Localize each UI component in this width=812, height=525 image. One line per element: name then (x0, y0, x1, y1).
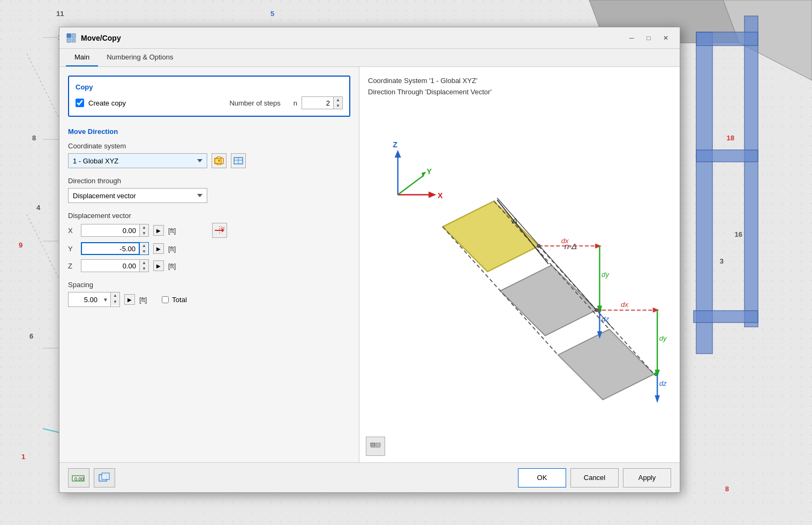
spacing-input[interactable] (69, 292, 101, 306)
svg-rect-18 (215, 159, 221, 163)
svg-text:0.00: 0.00 (74, 476, 84, 482)
title-bar-left: Move/Copy (66, 33, 121, 43)
z-down[interactable]: ▼ (140, 266, 148, 272)
x-down[interactable]: ▼ (140, 230, 148, 236)
z-unit: [ft] (168, 262, 176, 270)
direction-through-row: Displacement vector (68, 188, 350, 203)
create-copy-checkbox[interactable] (76, 99, 84, 107)
steps-up[interactable]: ▲ (334, 97, 342, 103)
y-arrows: ▲ ▼ (140, 242, 149, 255)
x-input[interactable] (81, 224, 140, 237)
spacing-down[interactable]: ▼ (111, 299, 119, 305)
y-up[interactable]: ▲ (140, 243, 148, 249)
svg-rect-14 (67, 34, 71, 38)
displacement-vector-label: Displacement vector (68, 212, 350, 220)
bg-label-4: 4 (36, 204, 40, 212)
direction-through-select[interactable]: Displacement vector (68, 188, 207, 203)
x-spinbox: ▲ ▼ (81, 224, 149, 237)
ok-button[interactable]: OK (518, 468, 566, 488)
create-copy-label[interactable]: Create copy (76, 99, 126, 107)
svg-point-20 (218, 160, 220, 162)
bottom-left-buttons: 0.00 (68, 468, 115, 488)
svg-marker-60 (653, 308, 659, 313)
axis-z-label: Z (68, 262, 77, 270)
total-checkbox[interactable] (162, 296, 169, 303)
direction-through-group: Direction through Displacement vector (68, 177, 350, 203)
bottom-right-buttons: OK Cancel Apply (518, 468, 671, 488)
spacing-label: Spacing (68, 281, 350, 289)
spacing-row: ▼ ▲ ▼ ▶ [ft] Total (68, 292, 350, 307)
svg-text:dx: dx (621, 301, 628, 309)
maximize-button[interactable]: □ (641, 32, 656, 44)
move-direction-title: Move Direction (68, 128, 350, 136)
z-arrows: ▲ ▼ (140, 259, 149, 272)
svg-text:dx: dx (561, 237, 569, 245)
svg-text:Y: Y (427, 167, 432, 176)
y-input[interactable] (81, 242, 140, 255)
coordinate-system-select[interactable]: 1 - Global XYZ (68, 153, 207, 168)
total-label[interactable]: Total (162, 296, 186, 304)
copy-icon-btn[interactable] (94, 468, 115, 488)
copy-section-title: Copy (76, 83, 343, 91)
steps-spinbox: ▲ ▼ (302, 96, 343, 109)
steps-input[interactable] (302, 96, 334, 109)
axis-z-row: Z ▲ ▼ ▶ [ft] (68, 259, 350, 272)
x-arrows: ▲ ▼ (140, 224, 149, 237)
x-up[interactable]: ▲ (140, 224, 148, 230)
coord-info: Coordinate System '1 - Global XYZ' Direc… (368, 76, 671, 98)
bg-label-15: 15 (681, 15, 689, 23)
n-label: n (294, 99, 297, 107)
svg-text:dz: dz (602, 315, 609, 323)
svg-rect-70 (376, 443, 380, 446)
svg-text:dy: dy (659, 334, 667, 342)
svg-point-49 (537, 244, 540, 248)
z-up[interactable]: ▲ (140, 260, 148, 266)
coord-icon-btn-1[interactable] (212, 153, 227, 168)
spacing-dropdown-arrow[interactable]: ▼ (101, 297, 110, 303)
z-spinbox: ▲ ▼ (81, 259, 149, 272)
tab-numbering-options[interactable]: Numbering & Options (98, 49, 182, 66)
svg-text:2x: 2x (221, 226, 225, 230)
diagram-settings-icon[interactable] (366, 437, 385, 456)
dialog-icon (66, 33, 77, 43)
svg-rect-75 (102, 473, 109, 479)
steps-group: Number of steps n ▲ ▼ (229, 96, 343, 109)
displacement-vector-group: Displacement vector X ▲ ▼ ▶ [ft] (68, 212, 350, 272)
coord-icon-btn-2[interactable] (231, 153, 246, 168)
svg-text:dz: dz (659, 379, 667, 387)
z-arrow-btn[interactable]: ▶ (153, 260, 164, 271)
bg-label-11: 11 (56, 10, 64, 18)
bg-label-18: 18 (727, 134, 734, 142)
title-bar: Move/Copy ─ □ ✕ (59, 27, 680, 49)
z-input[interactable] (81, 259, 140, 272)
svg-text:X: X (438, 191, 443, 200)
close-button[interactable]: ✕ (658, 32, 673, 44)
tab-main[interactable]: Main (66, 49, 98, 66)
spacing-unit: [ft] (139, 296, 147, 304)
svg-rect-16 (67, 39, 71, 42)
spacing-up[interactable]: ▲ (111, 292, 119, 299)
steps-down[interactable]: ▼ (334, 103, 342, 109)
bg-label-6: 6 (29, 332, 33, 340)
cancel-button[interactable]: Cancel (570, 468, 619, 488)
tab-bar: Main Numbering & Options (59, 49, 680, 67)
y-spinbox: ▲ ▼ (81, 242, 149, 255)
apply-button[interactable]: Apply (623, 468, 671, 488)
displacement-icon-btn[interactable]: 2x (212, 223, 227, 238)
y-down[interactable]: ▼ (140, 249, 148, 254)
coordinate-system-group: Coordinate system 1 - Global XYZ (68, 142, 350, 168)
y-arrow-btn[interactable]: ▶ (153, 243, 164, 254)
steps-label: Number of steps (229, 99, 280, 107)
minimize-button[interactable]: ─ (624, 32, 639, 44)
zero-icon-btn[interactable]: 0.00 (68, 468, 89, 488)
svg-rect-15 (72, 34, 76, 38)
diagram-svg: Z Y X (359, 99, 680, 457)
svg-marker-67 (655, 395, 660, 403)
content-area: Copy Create copy Number of steps n ▲ (59, 67, 680, 462)
x-arrow-btn[interactable]: ▶ (153, 225, 164, 236)
spacing-input-group: ▼ ▲ ▼ (68, 292, 120, 307)
bg-label-16: 16 (735, 230, 742, 238)
spacing-section: Spacing ▼ ▲ ▼ ▶ [ft] Total (68, 281, 350, 307)
bg-label-8: 8 (32, 134, 36, 142)
spacing-arrow-btn[interactable]: ▶ (124, 294, 135, 305)
